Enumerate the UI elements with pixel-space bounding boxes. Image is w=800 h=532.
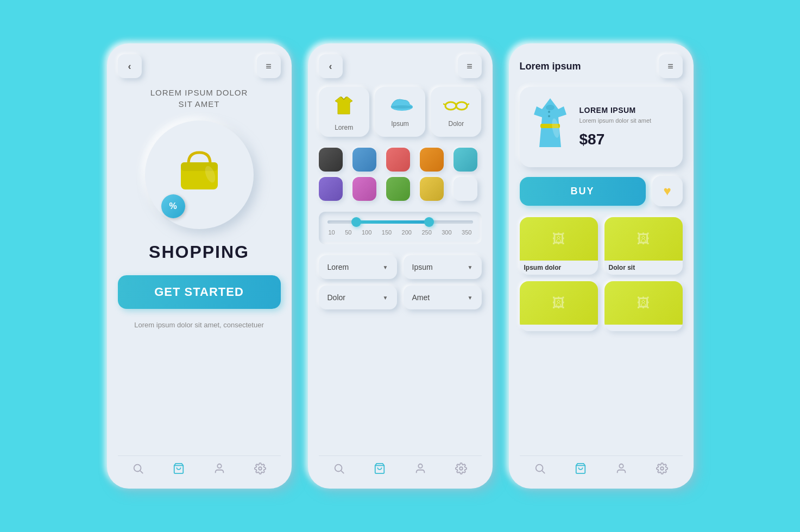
product-price: $87	[579, 131, 674, 148]
svg-point-25	[548, 111, 550, 113]
color-blue[interactable]	[352, 148, 376, 172]
filter-ipsum[interactable]: Ipsum ▼	[404, 255, 482, 279]
color-purple[interactable]	[319, 177, 343, 201]
filter-amet[interactable]: Amet ▼	[404, 286, 482, 309]
gallery-grid: Ipsum dolor Dolor sit	[520, 217, 683, 331]
color-yellow[interactable]	[420, 177, 444, 201]
svg-point-23	[546, 105, 555, 110]
category-lorem-label: Lorem	[335, 124, 353, 131]
category-row: Lorem Ipsum Dolor	[319, 87, 482, 137]
slider-thumb-left[interactable]	[351, 217, 361, 227]
svg-point-30	[619, 464, 623, 468]
cart-nav-icon-2[interactable]	[374, 463, 386, 478]
gallery-label-3	[520, 325, 598, 331]
svg-point-21	[459, 467, 463, 470]
search-nav-icon[interactable]	[132, 463, 144, 478]
get-started-button[interactable]: GET STARTED	[118, 275, 281, 309]
settings-nav-icon[interactable]	[254, 463, 266, 478]
shoe-icon	[387, 94, 413, 116]
svg-line-16	[467, 104, 469, 105]
svg-point-13	[456, 102, 467, 110]
user-nav-icon-2[interactable]	[414, 463, 426, 478]
menu-button-3[interactable]: ≡	[659, 54, 683, 78]
product-card: LOREM IPSUM Lorem ipsum dolor sit amet $…	[520, 87, 683, 167]
svg-line-4	[140, 471, 143, 473]
cart-nav-icon[interactable]	[173, 463, 185, 478]
back-button-1[interactable]: ‹	[118, 54, 142, 78]
user-nav-icon-3[interactable]	[615, 463, 627, 478]
color-white[interactable]	[453, 177, 477, 201]
store-title: Lorem ipsum	[520, 61, 581, 72]
color-orange[interactable]	[420, 148, 444, 172]
svg-line-28	[542, 471, 545, 473]
svg-point-17	[335, 465, 342, 472]
svg-point-11	[391, 105, 413, 109]
gallery-thumb-1	[520, 217, 598, 261]
filter-lorem-label: Lorem	[327, 263, 349, 271]
svg-point-3	[134, 465, 141, 472]
svg-point-6	[217, 464, 221, 468]
color-green[interactable]	[386, 177, 410, 201]
favorite-button[interactable]: ♥	[652, 176, 683, 206]
dropdown-arrow-2: ▼	[468, 264, 473, 270]
menu-button-1[interactable]: ≡	[257, 54, 281, 78]
phone3-header: Lorem ipsum ≡	[520, 54, 683, 78]
gallery-item-2[interactable]: Dolor sit	[604, 217, 683, 275]
gallery-label-1: Ipsum dolor	[520, 261, 598, 275]
label-300: 300	[442, 229, 451, 236]
product-description: Lorem ipsum dolor sit amet	[579, 117, 674, 125]
gallery-thumb-2	[604, 217, 683, 261]
dropdown-arrow-4: ▼	[468, 295, 473, 301]
category-ipsum[interactable]: Ipsum	[375, 87, 425, 137]
filter-dolor[interactable]: Dolor ▼	[319, 286, 397, 309]
category-ipsum-label: Ipsum	[391, 120, 409, 128]
slider-thumb-right[interactable]	[424, 217, 434, 227]
filter-amet-label: Amet	[412, 293, 430, 302]
shirt-icon	[332, 94, 355, 119]
svg-point-31	[660, 467, 664, 470]
settings-nav-icon-2[interactable]	[455, 463, 467, 478]
user-nav-icon[interactable]	[213, 463, 225, 478]
category-lorem[interactable]: Lorem	[319, 87, 369, 137]
action-row: BUY ♥	[520, 176, 683, 206]
svg-point-12	[445, 102, 456, 110]
gallery-item-4[interactable]	[604, 281, 683, 331]
product-name: LOREM IPSUM	[579, 106, 674, 115]
hero-title: LOREM IPSUM DOLOR SIT AMET	[118, 87, 281, 110]
svg-line-15	[443, 104, 445, 105]
label-250: 250	[421, 229, 431, 236]
bottom-nav-3	[520, 455, 683, 478]
gallery-item-1[interactable]: Ipsum dolor	[520, 217, 598, 275]
color-teal[interactable]	[453, 148, 477, 172]
product-info: LOREM IPSUM Lorem ipsum dolor sit amet $…	[579, 106, 674, 148]
glasses-icon	[443, 94, 469, 116]
category-dolor[interactable]: Dolor	[431, 87, 481, 137]
search-nav-icon-2[interactable]	[333, 463, 345, 478]
subtitle-text: Lorem ipsum dolor sit amet, consectetuer	[118, 320, 281, 331]
back-button-2[interactable]: ‹	[319, 54, 343, 78]
dropdown-arrow-3: ▼	[383, 295, 388, 301]
color-dark[interactable]	[319, 148, 343, 172]
filter-row-1: Lorem ▼ Ipsum ▼	[319, 255, 482, 279]
buy-button[interactable]: BUY	[520, 177, 646, 206]
gallery-label-4	[604, 325, 683, 331]
svg-point-27	[536, 465, 543, 472]
slider-labels: 10 50 100 150 200 250 300 350	[327, 229, 473, 236]
gallery-item-3[interactable]	[520, 281, 598, 331]
label-50: 50	[345, 229, 351, 236]
cart-nav-icon-3[interactable]	[575, 463, 587, 478]
settings-nav-icon-3[interactable]	[656, 463, 668, 478]
slider-track	[327, 220, 473, 224]
search-nav-icon-3[interactable]	[534, 463, 546, 478]
dress-icon	[528, 96, 572, 159]
svg-point-20	[418, 464, 422, 468]
price-slider-container: 10 50 100 150 200 250 300 350	[319, 212, 482, 244]
svg-line-18	[341, 471, 344, 473]
color-red[interactable]	[386, 148, 410, 172]
menu-button-2[interactable]: ≡	[458, 54, 482, 78]
filter-lorem[interactable]: Lorem ▼	[319, 255, 397, 279]
svg-point-7	[259, 467, 262, 470]
percent-badge: %	[161, 194, 185, 218]
bottom-nav-2	[319, 455, 482, 478]
color-pink[interactable]	[352, 177, 376, 201]
